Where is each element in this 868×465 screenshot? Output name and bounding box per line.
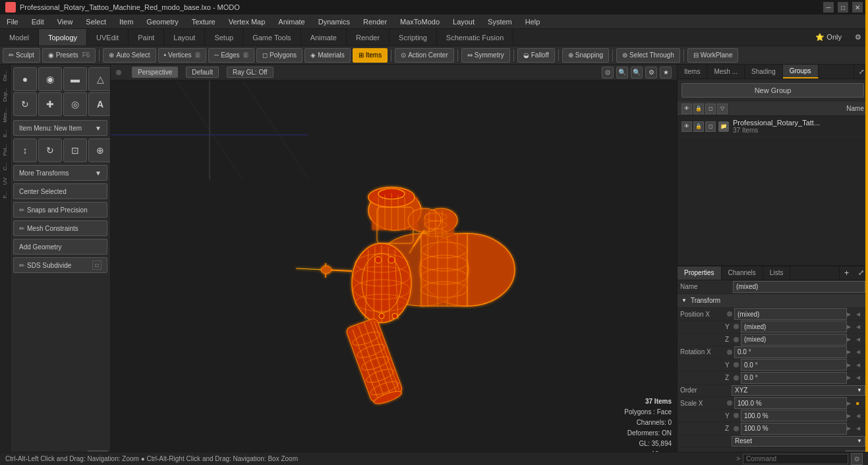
transform-scale[interactable]: ⊡ bbox=[63, 139, 87, 162]
group-lock[interactable]: 🔒 bbox=[693, 121, 704, 132]
vertices-button[interactable]: • Vertices 1 bbox=[158, 48, 207, 63]
menu-animate[interactable]: Animate bbox=[272, 15, 311, 28]
props-tab-properties[interactable]: Properties bbox=[678, 266, 722, 280]
menu-item[interactable]: Item bbox=[113, 15, 140, 28]
scale-z-value[interactable]: 100.0 % bbox=[741, 423, 847, 435]
menu-system[interactable]: System bbox=[481, 15, 519, 28]
tab-topology[interactable]: Topology bbox=[39, 29, 87, 46]
scale-y-value[interactable]: 100.0 % bbox=[741, 410, 847, 421]
center-selected-button[interactable]: Center Selected bbox=[13, 183, 107, 199]
menu-maxtomodo[interactable]: MaxToModo bbox=[393, 15, 446, 28]
gh-icon1[interactable]: 👁 bbox=[681, 104, 692, 114]
props-tab-channels[interactable]: Channels bbox=[722, 266, 763, 280]
gh-icon4[interactable]: ▽ bbox=[717, 104, 728, 114]
symmetry-button[interactable]: ⇔ Symmetry bbox=[461, 48, 510, 63]
vert-label-e[interactable]: E... bbox=[2, 127, 8, 140]
reset-select[interactable]: Reset ▼ bbox=[732, 436, 865, 447]
minimize-button[interactable]: ─ bbox=[823, 2, 834, 13]
viewport-icon-zoomout[interactable]: 🔍 bbox=[631, 67, 643, 78]
tab-animate[interactable]: Animate bbox=[301, 29, 347, 46]
props-tab-lists[interactable]: Lists bbox=[763, 266, 791, 280]
rp-tab-items[interactable]: Items bbox=[678, 65, 707, 78]
workplane-button[interactable]: ⊟ WorkPlane bbox=[687, 48, 739, 63]
tab-scripting[interactable]: Scripting bbox=[390, 29, 437, 46]
viewport-icon-zoomin[interactable]: 🔍 bbox=[616, 67, 628, 78]
menu-vertexmap[interactable]: Vertex Map bbox=[222, 15, 272, 28]
menu-file[interactable]: File bbox=[0, 15, 25, 28]
group-vis[interactable]: ◻ bbox=[705, 121, 716, 132]
tab-add[interactable]: ⭐ Only bbox=[809, 29, 848, 46]
maximize-button[interactable]: □ bbox=[838, 2, 848, 13]
tool-cylinder[interactable]: ▬ bbox=[63, 67, 87, 91]
tab-render[interactable]: Render bbox=[347, 29, 390, 46]
viewport-default-btn[interactable]: Default bbox=[186, 67, 219, 78]
menu-view[interactable]: View bbox=[51, 15, 80, 28]
scale-x-dot[interactable] bbox=[727, 400, 732, 406]
transform-move[interactable]: ↕ bbox=[13, 139, 37, 162]
items-button[interactable]: ⊞ Items bbox=[353, 48, 388, 63]
menu-geometry[interactable]: Geometry bbox=[140, 15, 185, 28]
sculpt-button[interactable]: ✏ Sculpt bbox=[3, 48, 40, 63]
pos-y-dot[interactable] bbox=[734, 324, 739, 329]
tool-text[interactable]: A bbox=[88, 92, 110, 116]
falloff-button[interactable]: ◒ Falloff bbox=[517, 48, 555, 63]
autoselect-button[interactable]: ⊕ Auto Select bbox=[103, 48, 156, 63]
viewport[interactable]: Perspective Default Ray GL: Off ⊙ 🔍 🔍 ⚙ … bbox=[111, 65, 677, 465]
tool-cross[interactable]: ✚ bbox=[38, 92, 62, 116]
command-run-btn[interactable]: ⊙ bbox=[851, 453, 863, 465]
select-through-button[interactable]: ⊚ Select Through bbox=[616, 48, 680, 63]
tab-paint[interactable]: Paint bbox=[129, 29, 164, 46]
pos-x-dot[interactable] bbox=[727, 311, 732, 317]
rot-x-dot[interactable] bbox=[727, 350, 732, 355]
mesh-constraints-button[interactable]: ✏ Mesh Constraints bbox=[13, 220, 107, 236]
rp-tab-groups[interactable]: Groups bbox=[783, 65, 819, 78]
tab-layout[interactable]: Layout bbox=[164, 29, 205, 46]
menu-dynamics[interactable]: Dynamics bbox=[312, 15, 357, 28]
vert-label-uv[interactable]: UV bbox=[2, 175, 8, 187]
rot-z-dot[interactable] bbox=[734, 375, 739, 381]
vert-label-dup[interactable]: Dup... bbox=[2, 85, 8, 104]
vert-label-c[interactable]: C... bbox=[2, 160, 8, 173]
viewport-icon-star[interactable]: ★ bbox=[660, 67, 672, 78]
rot-z-value[interactable]: 0.0 ° bbox=[741, 372, 847, 384]
tool-rotate[interactable]: ↻ bbox=[13, 92, 37, 116]
model-area[interactable]: Y X Z 37 Items Polygons : Face Channels:… bbox=[111, 80, 677, 465]
scale-x-value[interactable]: 100.0 % bbox=[734, 397, 847, 409]
pos-z-value[interactable]: (mixed) bbox=[741, 334, 847, 346]
transform-section[interactable]: ▼ Transform bbox=[678, 294, 868, 308]
scale-z-dot[interactable] bbox=[734, 426, 739, 431]
gh-icon3[interactable]: ◻ bbox=[705, 104, 716, 114]
pos-y-value[interactable]: (mixed) bbox=[741, 321, 847, 332]
rot-y-dot[interactable] bbox=[734, 362, 739, 367]
menu-layout[interactable]: Layout bbox=[446, 15, 481, 28]
gh-icon2[interactable]: 🔒 bbox=[693, 104, 704, 114]
scale-y-dot[interactable] bbox=[734, 413, 739, 418]
menu-help[interactable]: Help bbox=[519, 15, 547, 28]
polygons-button[interactable]: ◻ Polygons bbox=[256, 48, 303, 63]
vert-label-f[interactable]: F... bbox=[2, 189, 8, 201]
tab-schematic[interactable]: Schematic Fusion bbox=[437, 29, 513, 46]
close-button[interactable]: ✕ bbox=[852, 2, 863, 13]
transform-extra[interactable]: ⊕ bbox=[88, 139, 110, 162]
tool-circle[interactable]: ● bbox=[13, 67, 37, 91]
presets-button[interactable]: ◉ Presets F6 bbox=[42, 48, 96, 63]
more-transforms-button[interactable]: More Transforms ▼ bbox=[13, 165, 107, 181]
tool-triangle[interactable]: △ bbox=[88, 67, 110, 91]
add-geometry-button[interactable]: Add Geometry bbox=[13, 239, 107, 255]
rp-tab-shading[interactable]: Shading bbox=[745, 65, 783, 78]
viewport-perspective-btn[interactable]: Perspective bbox=[132, 67, 178, 78]
group-eye[interactable]: 👁 bbox=[681, 121, 692, 132]
tab-gametools[interactable]: Game Tools bbox=[243, 29, 301, 46]
props-add-btn[interactable]: + bbox=[839, 266, 854, 280]
edges-button[interactable]: ─ Edges 1 bbox=[208, 48, 254, 63]
snapping-button[interactable]: ⊕ Snapping bbox=[562, 48, 609, 63]
vert-label-pol[interactable]: Pol... bbox=[2, 141, 8, 158]
tab-uvedit[interactable]: UVEdit bbox=[87, 29, 129, 46]
menu-select[interactable]: Select bbox=[79, 15, 113, 28]
command-input[interactable] bbox=[743, 454, 848, 464]
materials-button[interactable]: ◈ Materials bbox=[304, 48, 351, 63]
tool-ring[interactable]: ◎ bbox=[63, 92, 87, 116]
item-menu-button[interactable]: Item Menu: New Item ▼ bbox=[13, 120, 107, 136]
sds-subdivide-button[interactable]: ✏ SDS Subdivide □ bbox=[13, 257, 107, 273]
rot-y-value[interactable]: 0.0 ° bbox=[741, 359, 847, 371]
